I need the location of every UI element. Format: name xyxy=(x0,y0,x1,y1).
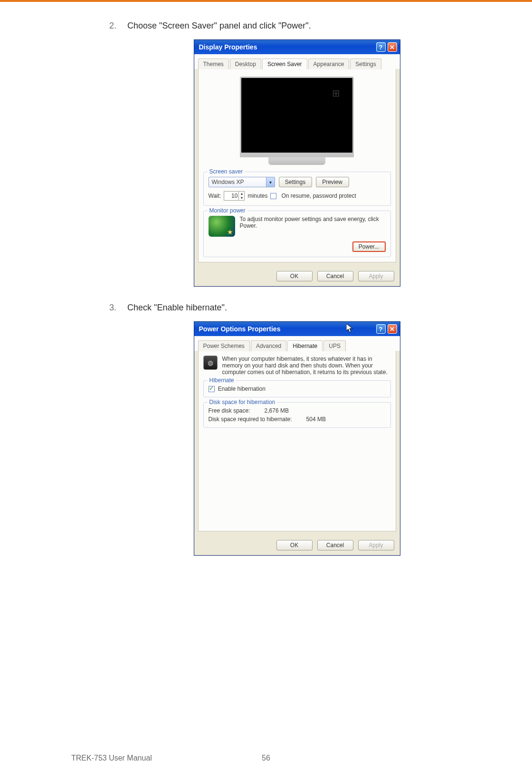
tab-ups[interactable]: UPS xyxy=(323,340,346,351)
screensaver-group: Screen saver Windows XP ▾ Settings Previ… xyxy=(203,172,391,206)
wait-unit: minutes xyxy=(247,193,267,199)
tab-advanced[interactable]: Advanced xyxy=(251,340,286,351)
tabstrip: Themes Desktop Screen Saver Appearance S… xyxy=(194,54,400,69)
close-icon[interactable]: ✕ xyxy=(388,324,397,334)
enable-hibernation-checkbox[interactable] xyxy=(209,386,215,392)
monitor-power-text: To adjust monitor power settings and sav… xyxy=(240,216,386,237)
resume-checkbox[interactable] xyxy=(270,193,276,199)
tab-desktop[interactable]: Desktop xyxy=(230,58,261,69)
tab-screen-saver[interactable]: Screen Saver xyxy=(262,58,307,69)
tab-settings[interactable]: Settings xyxy=(350,58,381,69)
ok-button[interactable]: OK xyxy=(276,271,313,281)
titlebar[interactable]: Power Options Properties ? ✕ xyxy=(194,322,400,336)
page-footer: TREK-753 User Manual 56 xyxy=(0,754,532,762)
group-legend: Hibernate xyxy=(208,377,236,384)
crt-base xyxy=(268,157,325,165)
wait-label: Wait: xyxy=(209,193,221,199)
tab-appearance[interactable]: Appearance xyxy=(308,58,350,69)
tab-power-schemes[interactable]: Power Schemes xyxy=(198,340,250,351)
footer-page: 56 xyxy=(262,754,270,762)
step-2: 2. Choose "Screen Saver" panel and click… xyxy=(109,21,484,31)
footer-title: TREK-753 User Manual xyxy=(71,754,152,762)
close-icon[interactable]: ✕ xyxy=(388,42,397,52)
hibernate-group: Hibernate Enable hibernation xyxy=(203,380,391,397)
crt-screen: ⊞ xyxy=(240,77,354,157)
enable-hibernation-label: Enable hibernation xyxy=(218,386,266,392)
step-number: 2. xyxy=(109,21,127,31)
wait-value: 10 xyxy=(231,193,238,199)
dialog-buttons: OK Cancel Apply xyxy=(194,266,400,286)
windows-logo-icon: ⊞ xyxy=(332,87,340,99)
cancel-button[interactable]: Cancel xyxy=(317,271,353,281)
step-number: 3. xyxy=(109,303,127,313)
resume-label: On resume, password protect xyxy=(281,193,356,199)
screensaver-select[interactable]: Windows XP ▾ xyxy=(209,177,275,187)
chevron-down-icon[interactable]: ▾ xyxy=(266,177,275,187)
help-icon[interactable]: ? xyxy=(376,324,386,334)
energy-star-icon xyxy=(209,216,235,237)
step-text: Choose "Screen Saver" panel and click "P… xyxy=(127,21,311,31)
free-disk-label: Free disk space: xyxy=(209,407,250,414)
screensaver-panel: ⊞ Screen saver Windows XP ▾ Settings Pre… xyxy=(198,69,396,262)
power-button[interactable]: Power... xyxy=(352,241,386,252)
screensaver-selected: Windows XP xyxy=(212,179,244,185)
tab-themes[interactable]: Themes xyxy=(198,58,229,69)
disk-space-group: Disk space for hibernation Free disk spa… xyxy=(203,402,391,428)
hibernate-icon: ◍ xyxy=(203,356,218,370)
req-disk-label: Disk space required to hibernate: xyxy=(209,416,292,423)
spinner-arrows-icon[interactable]: ▲▼ xyxy=(238,192,244,200)
wait-spinner[interactable]: 10 ▲▼ xyxy=(224,191,245,201)
tab-hibernate[interactable]: Hibernate xyxy=(287,340,323,351)
group-legend: Monitor power xyxy=(208,207,247,214)
power-options-dialog: Power Options Properties ? ✕ Power Schem… xyxy=(194,321,400,556)
preview-button[interactable]: Preview xyxy=(316,177,349,187)
dialog-buttons: OK Cancel Apply xyxy=(194,535,400,555)
cancel-button[interactable]: Cancel xyxy=(317,540,353,550)
monitor-preview: ⊞ xyxy=(203,74,391,167)
step-text: Check "Enable hibernate". xyxy=(127,303,227,313)
monitor-power-group: Monitor power To adjust monitor power se… xyxy=(203,211,391,257)
group-legend: Disk space for hibernation xyxy=(208,399,277,405)
step-3: 3. Check "Enable hibernate". xyxy=(109,303,484,313)
req-disk-value: 504 MB xyxy=(306,416,326,423)
help-icon[interactable]: ? xyxy=(376,42,386,52)
hibernate-intro: When your computer hibernates, it stores… xyxy=(222,356,391,376)
free-disk-value: 2,676 MB xyxy=(265,407,289,414)
settings-button[interactable]: Settings xyxy=(279,177,312,187)
window-title: Display Properties xyxy=(199,43,374,51)
window-title: Power Options Properties xyxy=(199,325,374,333)
tabstrip: Power Schemes Advanced Hibernate UPS xyxy=(194,336,400,351)
apply-button[interactable]: Apply xyxy=(358,271,394,281)
apply-button[interactable]: Apply xyxy=(358,540,394,550)
ok-button[interactable]: OK xyxy=(276,540,313,550)
hibernate-panel: ◍ When your computer hibernates, it stor… xyxy=(198,351,396,531)
display-properties-dialog: Display Properties ? ✕ Themes Desktop Sc… xyxy=(194,39,400,287)
titlebar[interactable]: Display Properties ? ✕ xyxy=(194,40,400,54)
group-legend: Screen saver xyxy=(208,168,245,175)
